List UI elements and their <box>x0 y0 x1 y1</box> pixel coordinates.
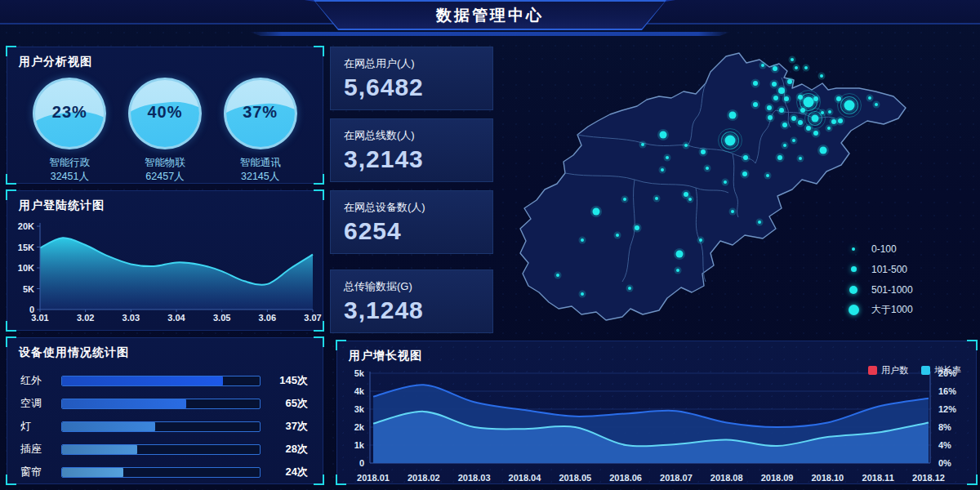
login-y-tick: 15K <box>18 243 34 252</box>
map-data-point[interactable] <box>688 198 692 201</box>
map-data-point[interactable] <box>778 87 785 94</box>
map-data-point[interactable] <box>767 105 772 110</box>
map-data-point[interactable] <box>761 64 764 67</box>
gauge: 37%智能通讯32145人 <box>218 78 303 184</box>
map-data-point[interactable] <box>772 82 777 87</box>
map-data-point[interactable] <box>821 111 824 114</box>
map-data-point[interactable] <box>725 136 736 146</box>
legend-label: 增长率 <box>934 364 961 376</box>
map-data-point[interactable] <box>798 120 803 125</box>
map-data-point[interactable] <box>593 208 600 216</box>
login-x-tick: 3.05 <box>213 313 230 323</box>
map-data-point[interactable] <box>706 167 709 170</box>
device-bar-fill <box>62 468 123 477</box>
map-data-point[interactable] <box>743 155 748 160</box>
panel-login-stats-title: 用户登陆统计图 <box>7 191 323 216</box>
map-data-point[interactable] <box>753 102 758 107</box>
login-x-tick: 3.01 <box>31 313 48 323</box>
map-data-point[interactable] <box>581 292 584 296</box>
liquid-gauge-circle[interactable]: 23% <box>33 78 106 149</box>
map-data-point[interactable] <box>581 238 584 242</box>
map-data-point[interactable] <box>616 234 619 237</box>
map-data-point[interactable] <box>660 131 667 139</box>
map-data-point[interactable] <box>782 122 787 127</box>
map-data-point[interactable] <box>635 225 639 230</box>
map-data-point[interactable] <box>827 127 831 130</box>
map-data-point[interactable] <box>773 66 777 71</box>
map-data-point[interactable] <box>684 192 688 197</box>
liquid-gauge-circle[interactable]: 37% <box>224 78 297 149</box>
map-data-point[interactable] <box>784 96 789 101</box>
region-map[interactable]: 0-100101-500501-1000大于1000 <box>500 33 980 341</box>
map-data-point[interactable] <box>820 74 823 78</box>
panel-user-analysis: 用户分析视图 23%智能行政32451人40%智能物联62457人37%智能通讯… <box>7 47 323 184</box>
device-bar-fill <box>62 445 137 454</box>
device-bar-track[interactable] <box>61 376 261 386</box>
map-data-point[interactable] <box>628 287 631 290</box>
map-data-point[interactable] <box>777 155 782 160</box>
growth-right-tick: 4% <box>938 440 951 450</box>
device-bar-track[interactable] <box>61 467 261 478</box>
map-data-point[interactable] <box>766 174 769 177</box>
login-x-tick: 3.02 <box>77 313 94 323</box>
map-legend-dot-col <box>847 247 860 251</box>
map-data-point[interactable] <box>791 116 796 121</box>
device-bar-track[interactable] <box>61 399 261 409</box>
growth-area-chart[interactable]: 00%1k4%2k8%3k12%4k16%5k20%2018.012018.02… <box>337 367 978 488</box>
growth-x-tick: 2018.03 <box>458 473 491 483</box>
device-bar-track[interactable] <box>61 444 261 455</box>
map-data-point[interactable] <box>676 251 684 258</box>
panel-corner-bl <box>336 474 346 485</box>
map-data-point[interactable] <box>828 110 831 114</box>
login-area-chart[interactable]: 05K10K15K20K3.013.023.033.043.053.063.07 <box>7 216 324 331</box>
map-data-point[interactable] <box>875 103 878 106</box>
map-data-point[interactable] <box>676 269 679 272</box>
map-data-point[interactable] <box>724 180 727 184</box>
map-data-point[interactable] <box>699 238 702 242</box>
map-data-point[interactable] <box>768 115 773 120</box>
map-data-point[interactable] <box>868 96 871 100</box>
map-data-point[interactable] <box>556 274 559 277</box>
dashboard: 数据管理中心 用户分析视图 23%智能行政32451人40%智能物联62457人… <box>0 0 980 490</box>
map-legend-row: 大于1000 <box>847 300 913 320</box>
map-data-point[interactable] <box>795 66 798 69</box>
map-data-point[interactable] <box>641 143 644 146</box>
map-data-point[interactable] <box>836 96 841 101</box>
legend-item[interactable]: 增长率 <box>921 364 961 376</box>
growth-x-tick: 2018.05 <box>559 473 591 483</box>
growth-chart-legend[interactable]: 用户数增长率 <box>868 364 961 376</box>
map-data-point[interactable] <box>820 147 827 154</box>
map-data-point[interactable] <box>753 81 758 86</box>
map-data-point[interactable] <box>844 100 855 111</box>
map-data-point[interactable] <box>838 118 843 123</box>
map-data-point[interactable] <box>742 172 747 176</box>
map-data-point[interactable] <box>783 144 786 147</box>
map-data-point[interactable] <box>701 149 706 154</box>
map-data-point[interactable] <box>804 66 808 69</box>
map-data-point[interactable] <box>684 144 688 147</box>
device-bar-label: 灯 <box>20 419 61 434</box>
map-data-point[interactable] <box>779 108 784 113</box>
map-data-point[interactable] <box>731 210 734 213</box>
map-data-point[interactable] <box>812 115 819 122</box>
device-bar-track[interactable] <box>61 421 261 432</box>
map-data-point[interactable] <box>813 96 818 101</box>
map-data-point[interactable] <box>813 131 818 136</box>
map-data-point[interactable] <box>758 220 761 224</box>
map-data-point[interactable] <box>799 157 802 160</box>
map-data-point[interactable] <box>791 58 794 61</box>
device-bar-value: 28次 <box>261 442 308 457</box>
map-data-point[interactable] <box>729 112 737 119</box>
map-data-point[interactable] <box>666 156 669 159</box>
map-data-point[interactable] <box>623 198 626 201</box>
liquid-gauge-circle[interactable]: 40% <box>128 78 202 149</box>
map-data-point[interactable] <box>792 139 795 142</box>
panel-user-analysis-title: 用户分析视图 <box>7 47 323 73</box>
legend-item[interactable]: 用户数 <box>868 364 908 376</box>
map-data-point[interactable] <box>800 108 805 113</box>
map-data-point[interactable] <box>661 168 664 172</box>
map-data-point[interactable] <box>655 197 658 200</box>
map-data-point[interactable] <box>773 96 778 100</box>
map-data-point[interactable] <box>831 119 836 124</box>
map-data-point[interactable] <box>787 79 792 84</box>
